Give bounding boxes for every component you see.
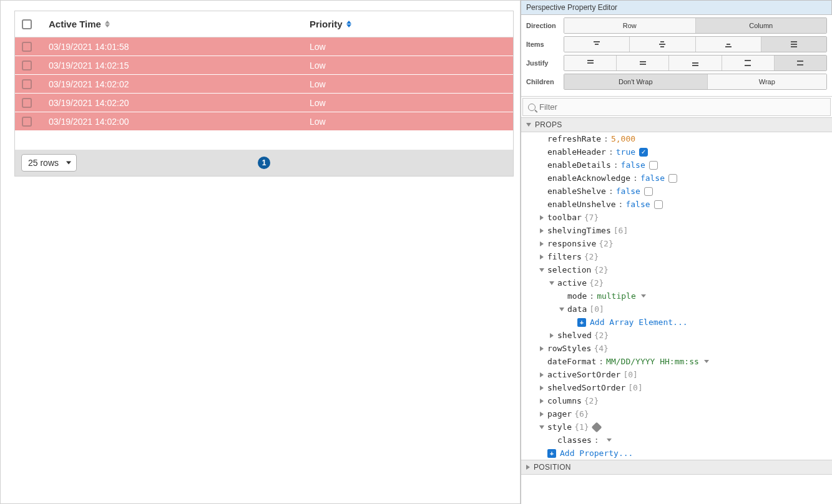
section-header-position[interactable]: POSITION: [521, 460, 832, 475]
chevron-right-icon: [540, 399, 544, 404]
cell-priority: Low: [310, 98, 484, 108]
chevron-down-icon[interactable]: [607, 439, 612, 442]
prop-enable-details[interactable]: enableDetails : false: [521, 158, 832, 172]
checkbox-checked-icon[interactable]: ✓: [639, 148, 648, 157]
prop-enable-shelve[interactable]: enableShelve : false: [521, 185, 832, 198]
prop-row-styles[interactable]: rowStyles {4}: [521, 342, 832, 355]
rows-per-page-select[interactable]: 25 rows: [21, 154, 77, 172]
column-header-label: Priority: [310, 19, 343, 29]
add-array-element[interactable]: + Add Array Element...: [521, 316, 832, 329]
plus-icon: +: [547, 449, 556, 458]
chevron-right-icon: [540, 372, 544, 377]
align-items-center-button[interactable]: [630, 37, 695, 52]
prop-shelved[interactable]: shelved {2}: [521, 329, 832, 342]
chevron-down-icon: [549, 281, 554, 285]
header-checkbox-cell: [15, 19, 39, 29]
cell-priority: Low: [310, 61, 484, 70]
prop-data[interactable]: data [0]: [521, 303, 832, 316]
prop-pager[interactable]: pager {6}: [521, 407, 832, 420]
style-class-icon[interactable]: [591, 422, 602, 432]
justify-between-button[interactable]: [722, 56, 775, 70]
prop-active-sort-order[interactable]: activeSortOrder [0]: [521, 368, 832, 381]
table-row[interactable]: 03/19/2021 14:01:58 Low: [15, 37, 513, 56]
prop-refresh-rate[interactable]: refreshRate : 5,000: [521, 132, 832, 145]
justify-around-button[interactable]: [775, 56, 826, 70]
add-property[interactable]: + Add Property...: [521, 447, 832, 460]
section-header-props[interactable]: PROPS: [521, 117, 832, 132]
expander-expanded: [549, 281, 555, 285]
table-row[interactable]: 03/19/2021 14:02:15 Low: [15, 56, 513, 75]
search-icon: [528, 104, 536, 111]
toolbar-row-items: Items: [526, 36, 827, 52]
checkbox-unchecked-icon[interactable]: [668, 174, 677, 183]
direction-row-button[interactable]: Row: [564, 18, 696, 33]
row-checkbox[interactable]: [22, 42, 32, 52]
justify-around-icon: [795, 59, 805, 67]
expander-collapsed: [539, 228, 545, 233]
wrap-button[interactable]: Wrap: [708, 74, 826, 89]
cell-active-time: 03/19/2021 14:01:58: [39, 42, 310, 52]
prop-responsive[interactable]: responsive {2}: [521, 237, 832, 250]
prop-filters[interactable]: filters {2}: [521, 250, 832, 263]
align-items-start-button[interactable]: [564, 37, 630, 52]
justify-end-button[interactable]: [669, 56, 722, 70]
prop-selection[interactable]: selection {2}: [521, 263, 832, 276]
expander-collapsed: [539, 412, 545, 417]
toolbar-row-direction: Direction Row Column: [526, 17, 827, 34]
prop-mode[interactable]: mode : multiple: [521, 289, 832, 303]
row-checkbox[interactable]: [22, 79, 32, 89]
plus-icon: +: [577, 318, 586, 327]
row-checkbox-cell: [15, 79, 39, 89]
prop-style[interactable]: style {1}: [521, 420, 832, 434]
column-header-priority[interactable]: Priority: [310, 19, 484, 29]
direction-column-button[interactable]: Column: [696, 18, 827, 33]
section-label: PROPS: [535, 120, 562, 129]
prop-classes[interactable]: classes :: [521, 434, 832, 447]
chevron-right-icon: [540, 228, 544, 233]
prop-shelved-sort-order[interactable]: shelvedSortOrder [0]: [521, 381, 832, 394]
expander-collapsed: [539, 241, 545, 246]
select-all-checkbox[interactable]: [22, 19, 32, 29]
justify-center-icon: [638, 59, 648, 67]
table-row[interactable]: 03/19/2021 14:02:02 Low: [15, 75, 513, 94]
column-header-active-time[interactable]: Active Time: [39, 19, 310, 29]
chevron-down-icon[interactable]: [641, 294, 646, 298]
chevron-down-icon[interactable]: [704, 360, 709, 363]
checkbox-unchecked-icon[interactable]: [654, 200, 663, 209]
align-items-stretch-button[interactable]: [761, 37, 826, 52]
row-checkbox-cell: [15, 98, 39, 108]
row-checkbox[interactable]: [22, 61, 32, 70]
chevron-right-icon: [526, 465, 530, 470]
table-row[interactable]: 03/19/2021 14:02:00 Low: [15, 112, 513, 131]
checkbox-unchecked-icon[interactable]: [649, 161, 658, 170]
filter-input[interactable]: [539, 100, 825, 114]
prop-toolbar[interactable]: toolbar {7}: [521, 211, 832, 224]
table-row[interactable]: 03/19/2021 14:02:20 Low: [15, 94, 513, 112]
justify-start-button[interactable]: [564, 56, 617, 70]
checkbox-unchecked-icon[interactable]: [644, 187, 653, 196]
justify-center-button[interactable]: [617, 56, 669, 70]
prop-enable-acknowledge[interactable]: enableAcknowledge : false: [521, 172, 832, 185]
prop-date-format[interactable]: dateFormat : MM/DD/YYYY HH:mm:ss: [521, 355, 832, 368]
chevron-right-icon: [550, 333, 554, 338]
dont-wrap-button[interactable]: Don't Wrap: [564, 74, 708, 89]
prop-enable-unshelve[interactable]: enableUnshelve : false: [521, 198, 832, 211]
row-checkbox[interactable]: [22, 117, 32, 127]
property-tree: PROPS refreshRate : 5,000 enableHeader :…: [521, 117, 832, 504]
prop-active[interactable]: active {2}: [521, 276, 832, 289]
row-checkbox[interactable]: [22, 98, 32, 108]
expander-expanded: [539, 425, 545, 429]
page-number-badge[interactable]: 1: [258, 157, 270, 169]
justify-group: [564, 55, 827, 71]
column-header-label: Active Time: [49, 19, 101, 29]
alarm-table-container: Active Time Priority 03/19/2021 14:01:58…: [14, 11, 514, 177]
prop-columns[interactable]: columns {2}: [521, 394, 832, 407]
cell-priority: Low: [310, 79, 484, 89]
expander-expanded: [539, 268, 545, 272]
prop-enable-header[interactable]: enableHeader : true ✓: [521, 145, 832, 158]
pager-row: 25 rows 1: [15, 150, 513, 176]
prop-shelving-times[interactable]: shelvingTimes [6]: [521, 224, 832, 237]
direction-toggle-group: Row Column: [564, 17, 827, 34]
chevron-down-icon: [526, 123, 531, 127]
align-items-end-button[interactable]: [696, 37, 761, 52]
